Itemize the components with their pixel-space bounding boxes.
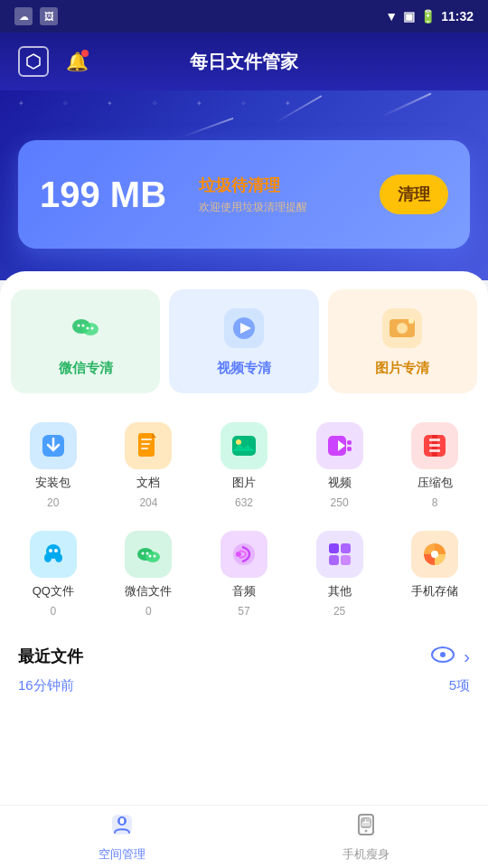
gallery-icon: 🖼 <box>40 7 58 25</box>
shooting-star-3 <box>381 92 431 117</box>
main-card: 微信专清 视频专清 图片专清 <box>0 271 488 805</box>
nav-item-space-management[interactable]: 空间管理 <box>0 806 244 868</box>
file-item-audio[interactable]: 音频 57 <box>200 524 288 625</box>
recent-files-section: 最近文件 › 16分钟前 5项 <box>0 637 488 694</box>
svg-point-38 <box>146 552 149 555</box>
storage-label: 手机存储 <box>411 583 458 599</box>
nav-item-phone-slim[interactable]: 手机瘦身 <box>244 806 488 868</box>
svg-point-40 <box>154 555 156 558</box>
svg-rect-17 <box>141 443 150 445</box>
svg-rect-46 <box>329 555 339 565</box>
shooting-star-1 <box>275 95 323 124</box>
svg-rect-23 <box>347 440 352 445</box>
clean-button[interactable]: 清理 <box>380 175 448 214</box>
svg-rect-58 <box>361 818 365 822</box>
svg-point-6 <box>90 327 93 330</box>
svg-point-5 <box>86 327 89 330</box>
weather-icon: ☁ <box>14 7 33 25</box>
header-left-actions: 🔔 <box>18 46 90 77</box>
space-management-label: 空间管理 <box>99 846 145 863</box>
svg-rect-47 <box>341 555 351 565</box>
status-left: ☁ 🖼 <box>14 7 58 25</box>
time-ago: 16分钟前 <box>18 677 74 694</box>
svg-rect-28 <box>429 444 440 447</box>
svg-point-4 <box>81 325 84 327</box>
storage-middle-info: 垃圾待清理 欢迎使用垃圾清理提醒 <box>184 175 380 215</box>
recent-header: 最近文件 › <box>18 645 470 668</box>
others-count: 25 <box>333 605 345 618</box>
svg-point-2 <box>82 323 99 335</box>
quick-item-photo[interactable]: 图片专清 <box>328 289 477 393</box>
images-label: 图片 <box>232 475 256 491</box>
settings-hex-icon[interactable] <box>18 46 49 77</box>
video-icon <box>316 422 363 469</box>
trash-subtitle: 欢迎使用垃圾清理提醒 <box>199 200 365 215</box>
file-item-images[interactable]: 图片 632 <box>200 415 288 516</box>
file-item-wechat-files[interactable]: 微信文件 0 <box>105 524 193 625</box>
file-item-storage[interactable]: 手机存储 <box>390 524 479 625</box>
eye-icon[interactable] <box>431 645 455 668</box>
svg-point-34 <box>54 549 58 552</box>
recent-title: 最近文件 <box>18 646 83 667</box>
file-item-qq[interactable]: QQ文件 0 <box>9 524 98 625</box>
svg-rect-45 <box>341 543 351 553</box>
video-label: 视频 <box>328 475 352 491</box>
notification-dot <box>81 50 89 57</box>
qq-label: QQ文件 <box>33 583 74 599</box>
install-label: 安装包 <box>35 475 70 491</box>
svg-point-39 <box>149 555 152 558</box>
space-management-icon <box>109 812 135 843</box>
svg-point-33 <box>49 549 52 552</box>
svg-point-20 <box>236 439 241 445</box>
time: 11:32 <box>441 9 474 24</box>
audio-count: 57 <box>238 605 249 618</box>
svg-rect-16 <box>141 439 152 440</box>
svg-rect-60 <box>361 823 371 826</box>
video-quick-icon <box>221 306 267 351</box>
wifi-icon: ▼ <box>385 9 398 24</box>
quick-item-video[interactable]: 视频专清 <box>169 289 318 393</box>
images-count: 632 <box>235 496 253 509</box>
file-count-badge: 5项 <box>449 677 470 694</box>
audio-label: 音频 <box>232 583 256 599</box>
file-item-docs[interactable]: 文档 204 <box>105 415 193 516</box>
file-item-others[interactable]: 其他 25 <box>296 524 384 625</box>
status-bar: ☁ 🖼 ▼ ▣ 🔋 11:32 <box>0 0 488 33</box>
quick-label-photo: 图片专清 <box>375 360 429 377</box>
wechat-icon <box>63 306 108 351</box>
storage-icon <box>411 531 458 578</box>
svg-rect-27 <box>429 439 440 441</box>
qq-icon <box>30 531 77 578</box>
svg-point-32 <box>55 553 62 562</box>
file-item-install[interactable]: 安装包 20 <box>9 415 98 516</box>
svg-point-61 <box>365 829 368 832</box>
quick-access-row: 微信专清 视频专清 图片专清 <box>0 271 488 402</box>
phone-slim-icon <box>353 812 379 843</box>
storage-card: 199 MB 垃圾待清理 欢迎使用垃圾清理提醒 清理 <box>18 140 470 249</box>
phone-slim-label: 手机瘦身 <box>343 846 389 863</box>
storage-size-label: 199 MB <box>40 175 184 215</box>
quick-label-wechat: 微信专清 <box>59 360 113 377</box>
qq-count: 0 <box>50 605 56 618</box>
file-item-archive[interactable]: 压缩包 8 <box>390 415 479 516</box>
others-label: 其他 <box>328 583 352 599</box>
video-count: 250 <box>331 496 349 509</box>
images-icon <box>221 422 267 469</box>
status-right: ▼ ▣ 🔋 11:32 <box>385 9 474 24</box>
shooting-star-2 <box>182 118 233 137</box>
svg-rect-55 <box>119 817 125 825</box>
quick-item-wechat[interactable]: 微信专清 <box>11 289 160 393</box>
arrow-right-icon[interactable]: › <box>464 646 470 667</box>
docs-count: 204 <box>139 496 157 509</box>
trash-title: 垃圾待清理 <box>199 175 365 196</box>
archive-count: 8 <box>432 496 438 509</box>
others-icon <box>316 531 363 578</box>
file-item-video[interactable]: 视频 250 <box>296 415 384 516</box>
wechat-files-icon <box>125 531 172 578</box>
svg-point-3 <box>77 325 80 327</box>
notification-bell-icon[interactable]: 🔔 <box>63 48 90 75</box>
svg-rect-59 <box>366 818 371 822</box>
svg-rect-43 <box>236 552 239 556</box>
battery-icon: 🔋 <box>420 9 436 24</box>
svg-point-31 <box>44 553 52 562</box>
